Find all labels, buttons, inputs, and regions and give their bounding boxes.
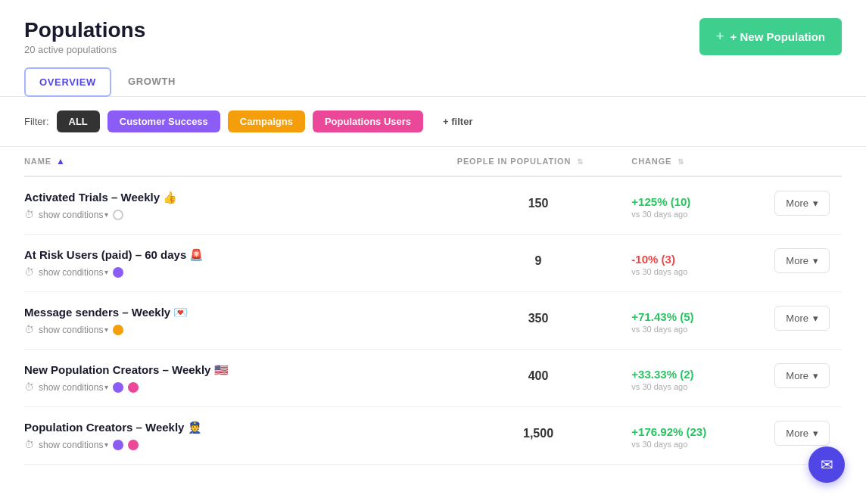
show-conditions-link[interactable]: show conditions ▾ <box>39 325 108 335</box>
vs-days-label: vs 30 days ago <box>631 210 762 219</box>
show-conditions-label: show conditions <box>39 440 103 450</box>
change-value: +71.43% (5) <box>631 310 762 323</box>
row-name: New Population Creators – Weekly 🇺🇸 <box>24 363 445 377</box>
change-cell: +33.33% (2) vs 30 days ago <box>631 363 762 391</box>
chat-fab-button[interactable]: ✉ <box>808 446 845 483</box>
new-population-button[interactable]: + + New Population <box>699 18 842 55</box>
filter-label: Filter: <box>24 116 49 127</box>
chevron-down-icon: ▾ <box>813 370 818 381</box>
dot-pink <box>128 440 139 450</box>
chevron-down-icon: ▾ <box>813 428 818 439</box>
header: Populations 20 active populations + + Ne… <box>0 0 866 67</box>
show-conditions-link[interactable]: show conditions ▾ <box>39 210 108 220</box>
row-name: Activated Trials – Weekly 👍 <box>24 191 445 204</box>
chevron-down-icon: ▾ <box>104 440 108 449</box>
change-value: +33.33% (2) <box>631 368 762 381</box>
row-conditions: ⏱ show conditions ▾ <box>24 266 445 278</box>
more-button[interactable]: More ▾ <box>774 421 830 446</box>
col-header-actions <box>774 147 842 176</box>
clock-icon: ⏱ <box>24 266 34 278</box>
filter-all-button[interactable]: ALL <box>57 110 100 132</box>
vs-days-label: vs 30 days ago <box>631 382 762 391</box>
sort-ascending-icon[interactable]: ▲ <box>56 156 66 166</box>
people-count: 400 <box>457 363 620 383</box>
header-left: Populations 20 active populations <box>24 18 145 55</box>
more-button[interactable]: More ▾ <box>774 306 830 331</box>
new-population-label: + New Population <box>730 30 825 43</box>
tab-growth[interactable]: GROWTH <box>114 67 189 97</box>
page-wrapper: Populations 20 active populations + + Ne… <box>0 0 866 504</box>
col-header-name: NAME ▲ <box>24 147 457 176</box>
more-label: More <box>786 255 808 266</box>
dot-outline <box>113 210 123 220</box>
row-conditions: ⏱ show conditions ▾ <box>24 324 445 335</box>
plus-icon: + <box>716 29 724 45</box>
show-conditions-label: show conditions <box>39 210 103 220</box>
email-icon: ✉ <box>821 456 833 474</box>
show-conditions-link[interactable]: show conditions ▾ <box>39 267 108 278</box>
dot-pink <box>128 382 139 393</box>
dot-yellow <box>113 325 123 335</box>
change-value: +176.92% (23) <box>631 425 762 438</box>
dot-purple <box>113 267 123 278</box>
filter-populations-users-button[interactable]: Populations Users <box>313 110 423 132</box>
people-count: 9 <box>457 248 620 268</box>
vs-days-label: vs 30 days ago <box>631 440 762 449</box>
more-button[interactable]: More ▾ <box>774 248 830 273</box>
filter-bar: Filter: ALL Customer Success Campaigns P… <box>0 97 866 147</box>
people-count: 350 <box>457 306 620 325</box>
show-conditions-label: show conditions <box>39 382 103 393</box>
row-name: Population Creators – Weekly 👮 <box>24 421 445 434</box>
clock-icon: ⏱ <box>24 381 34 393</box>
change-cell: +125% (10) vs 30 days ago <box>631 191 762 219</box>
tabs-bar: OVERVIEW GROWTH <box>0 67 866 97</box>
chevron-down-icon: ▾ <box>813 198 818 209</box>
row-name: Message senders – Weekly 💌 <box>24 306 445 319</box>
show-conditions-link[interactable]: show conditions ▾ <box>39 382 108 393</box>
clock-icon: ⏱ <box>24 324 34 335</box>
add-filter-button[interactable]: + filter <box>431 110 484 132</box>
row-conditions: ⏱ show conditions ▾ <box>24 209 445 220</box>
dot-purple <box>113 382 123 393</box>
filter-customer-success-button[interactable]: Customer Success <box>107 110 220 132</box>
col-header-people: PEOPLE IN POPULATION ⇅ <box>457 147 632 176</box>
more-label: More <box>786 370 808 381</box>
table-row: Activated Trials – Weekly 👍 ⏱ show condi… <box>24 176 842 235</box>
more-label: More <box>786 313 808 324</box>
more-button[interactable]: More ▾ <box>774 191 830 216</box>
row-conditions: ⏱ show conditions ▾ <box>24 439 445 450</box>
table-row: Message senders – Weekly 💌 ⏱ show condit… <box>24 292 842 350</box>
chevron-down-icon: ▾ <box>104 383 108 391</box>
dot-purple <box>113 440 123 450</box>
chevron-down-icon: ▾ <box>104 210 108 219</box>
populations-table: NAME ▲ PEOPLE IN POPULATION ⇅ CHANGE ⇅ <box>24 147 842 465</box>
more-button[interactable]: More ▾ <box>774 363 830 388</box>
row-name: At Risk Users (paid) – 60 days 🚨 <box>24 248 445 262</box>
vs-days-label: vs 30 days ago <box>631 325 762 334</box>
table-header-row: NAME ▲ PEOPLE IN POPULATION ⇅ CHANGE ⇅ <box>24 147 842 176</box>
show-conditions-label: show conditions <box>39 267 103 278</box>
table-container: NAME ▲ PEOPLE IN POPULATION ⇅ CHANGE ⇅ <box>0 147 866 465</box>
filter-campaigns-button[interactable]: Campaigns <box>228 110 305 132</box>
change-cell: -10% (3) vs 30 days ago <box>631 248 762 276</box>
row-conditions: ⏱ show conditions ▾ <box>24 381 445 393</box>
people-count: 150 <box>457 191 620 210</box>
show-conditions-link[interactable]: show conditions ▾ <box>39 440 108 450</box>
more-label: More <box>786 428 808 439</box>
sort-icon-people[interactable]: ⇅ <box>577 157 584 166</box>
sort-icon-change[interactable]: ⇅ <box>678 157 684 166</box>
page-subtitle: 20 active populations <box>24 44 145 55</box>
chevron-down-icon: ▾ <box>104 325 108 334</box>
page-title: Populations <box>24 18 145 42</box>
change-cell: +176.92% (23) vs 30 days ago <box>631 421 762 449</box>
show-conditions-label: show conditions <box>39 325 103 335</box>
tab-overview[interactable]: OVERVIEW <box>24 67 111 97</box>
clock-icon: ⏱ <box>24 439 34 450</box>
clock-icon: ⏱ <box>24 209 34 220</box>
table-row: Population Creators – Weekly 👮 ⏱ show co… <box>24 407 842 465</box>
change-cell: +71.43% (5) vs 30 days ago <box>631 306 762 334</box>
chevron-down-icon: ▾ <box>104 268 108 276</box>
change-value: +125% (10) <box>631 195 762 208</box>
people-count: 1,500 <box>457 421 620 440</box>
table-row: At Risk Users (paid) – 60 days 🚨 ⏱ show … <box>24 235 842 292</box>
